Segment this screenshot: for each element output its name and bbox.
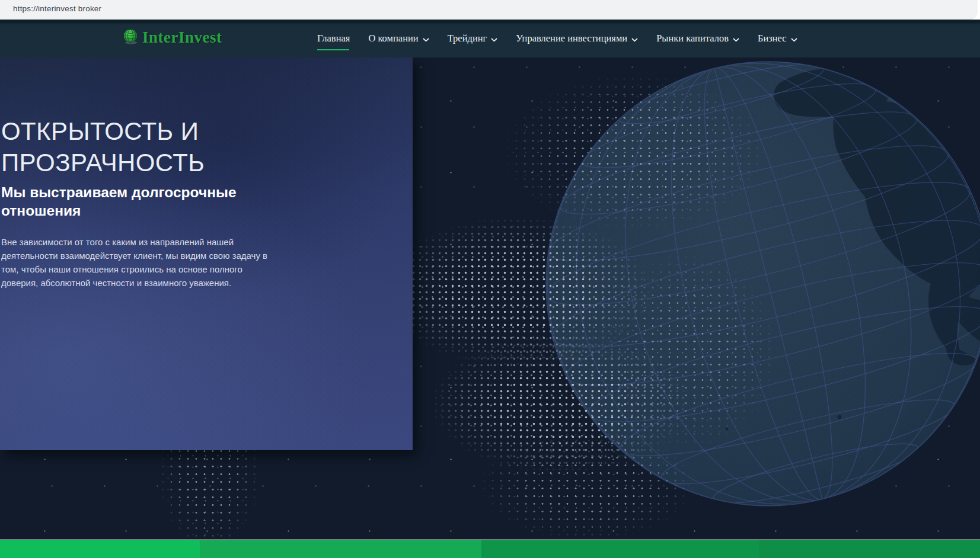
nav-item-home[interactable]: Главная — [317, 29, 350, 48]
page: https://interinvest broker — [0, 0, 980, 558]
nav-label: Управление инвестициями — [516, 33, 627, 44]
hero-title-line1: ОТКРЫТОСТЬ И — [1, 116, 205, 147]
nav-label: О компании — [368, 33, 418, 44]
footer-segment — [0, 540, 200, 558]
nav-item-about[interactable]: О компании — [368, 28, 429, 49]
brand-name: InterInvest — [142, 28, 222, 47]
chevron-down-icon — [733, 33, 739, 45]
chevron-down-icon — [491, 33, 497, 45]
globe-logo-icon — [123, 28, 139, 47]
url-input[interactable]: https://interinvest broker — [0, 0, 978, 20]
nav-item-trading[interactable]: Трейдинг — [448, 28, 498, 49]
nav-label: Бизнес — [758, 33, 787, 44]
nav-item-capital-markets[interactable]: Рынки капиталов — [656, 28, 739, 49]
brand-logo[interactable]: InterInvest — [123, 28, 222, 47]
hero-title: ОТКРЫТОСТЬ И ПРОЗРАЧНОСТЬ — [1, 116, 205, 178]
hero-section: ОТКРЫТОСТЬ И ПРОЗРАЧНОСТЬ Мы выстраиваем… — [0, 57, 980, 539]
chevron-down-icon — [791, 33, 797, 45]
hero-subtitle: Мы выстраиваем долгосрочные отношения — [1, 183, 269, 220]
nav-item-business[interactable]: Бизнес — [758, 28, 797, 49]
nav-label: Трейдинг — [448, 33, 487, 44]
nav-item-investment-management[interactable]: Управление инвестициями — [516, 28, 638, 49]
chevron-down-icon — [423, 33, 429, 45]
hero-paragraph: Вне зависимости от того с каким из напра… — [1, 235, 279, 290]
footer-bar — [0, 539, 980, 558]
nav-label: Рынки капиталов — [656, 33, 729, 44]
footer-segment — [200, 540, 481, 558]
browser-bar: https://interinvest broker — [0, 0, 980, 20]
chevron-down-icon — [631, 33, 638, 45]
url-text: https://interinvest broker — [13, 4, 101, 13]
hero-panel: ОТКРЫТОСТЬ И ПРОЗРАЧНОСТЬ Мы выстраиваем… — [0, 57, 413, 450]
main-nav: Главная О компании Трейдинг Управление и… — [317, 20, 797, 57]
footer-segment — [481, 540, 759, 558]
footer-segment — [759, 540, 980, 558]
site-header: InterInvest Главная О компании Трейдинг … — [0, 20, 980, 57]
hero-title-line2: ПРОЗРАЧНОСТЬ — [1, 147, 205, 178]
dotted-map-texture — [599, 253, 777, 448]
nav-label: Главная — [317, 33, 350, 44]
dotted-map-texture — [504, 75, 765, 229]
